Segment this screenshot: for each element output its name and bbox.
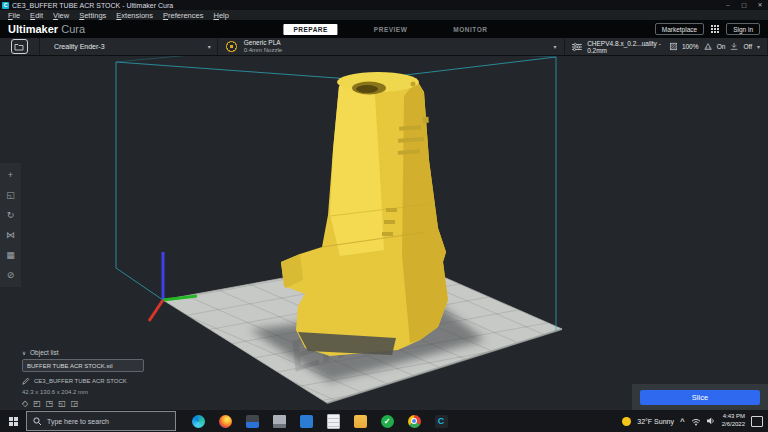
chevron-down-icon: ▾ xyxy=(757,43,760,50)
tab-prepare[interactable]: PREPARE xyxy=(283,24,337,35)
adhesion-icon xyxy=(730,42,738,51)
tab-preview[interactable]: PREVIEW xyxy=(364,24,417,35)
menu-edit[interactable]: Edit xyxy=(25,11,48,20)
tray-overflow-chevron[interactable]: ^ xyxy=(680,417,685,426)
menu-help[interactable]: Help xyxy=(208,11,233,20)
minimize-button[interactable]: – xyxy=(720,0,736,10)
notepad-icon[interactable] xyxy=(323,410,343,432)
chevron-down-icon: ▾ xyxy=(208,43,211,50)
menu-preferences[interactable]: Preferences xyxy=(158,11,208,20)
brand-bold: Ultimaker xyxy=(8,23,58,35)
network-icon[interactable] xyxy=(691,417,701,426)
clock-time: 4:43 PM xyxy=(723,413,745,421)
menubar: File Edit View Settings Extensions Prefe… xyxy=(0,10,768,20)
edge-icon[interactable] xyxy=(188,410,208,432)
brand-light: Cura xyxy=(61,23,85,35)
window-title: CE3_BUFFER TUBE ACR STOCK - Ultimaker Cu… xyxy=(12,2,173,9)
weather-widget[interactable]: 32°F Sunny xyxy=(637,418,674,425)
support-blocker-icon[interactable]: ⊘ xyxy=(0,265,21,285)
build-volume-back-edges xyxy=(116,56,556,62)
per-model-settings-icon[interactable]: ▦ xyxy=(0,245,21,265)
project-name[interactable]: CE3_BUFFER TUBE ACR STOCK xyxy=(34,378,127,384)
infill-icon xyxy=(670,42,677,51)
code-icon[interactable] xyxy=(242,410,262,432)
tool-palette: + ◱ ↻ ⋈ ▦ ⊘ xyxy=(0,163,21,287)
slice-button[interactable]: Slice xyxy=(640,390,760,405)
weather-sun-icon[interactable] xyxy=(622,417,631,426)
sliders-icon xyxy=(572,42,582,52)
model-dimensions: 42.3 x 130.6 x 204.2 mm xyxy=(22,389,152,395)
windows-taskbar: Type here to search ✓ C 32°F Sunny ^ xyxy=(0,410,768,432)
material-name: Generic PLA xyxy=(244,39,282,46)
apps-grid-icon[interactable] xyxy=(711,25,719,33)
action-center-icon[interactable] xyxy=(751,416,763,427)
firefox-icon[interactable] xyxy=(215,410,235,432)
model-buffer-tube-stock[interactable] xyxy=(281,72,448,356)
start-button[interactable] xyxy=(0,410,26,432)
menu-view[interactable]: View xyxy=(48,11,74,20)
sign-in-button[interactable]: Sign in xyxy=(726,23,760,35)
marketplace-button[interactable]: Marketplace xyxy=(655,23,704,35)
print-settings-selector[interactable]: CHEPV4.8.x_0.2...uality - 0.2mm 100% On … xyxy=(565,38,768,55)
rotate-tool-icon[interactable]: ↻ xyxy=(0,205,21,225)
window-titlebar[interactable]: C CE3_BUFFER TUBE ACR STOCK - Ultimaker … xyxy=(0,0,768,10)
clock[interactable]: 4:43 PM 2/6/2022 xyxy=(722,413,745,429)
object-list-item[interactable]: BUFFER TUBE ACR STOCK.stl xyxy=(22,359,144,372)
folder-icon xyxy=(14,43,24,51)
stage-tabs: PREPARE PREVIEW MONITOR xyxy=(283,24,497,35)
cura-icon[interactable]: C xyxy=(431,410,451,432)
app-header: Ultimaker Cura PREPARE PREVIEW MONITOR M… xyxy=(0,20,768,38)
security-check-icon[interactable]: ✓ xyxy=(377,410,397,432)
weather-condition: Sunny xyxy=(654,418,674,425)
maximize-button[interactable]: ▢ xyxy=(736,0,752,10)
tab-monitor[interactable]: MONITOR xyxy=(443,24,497,35)
material-selector[interactable]: Generic PLA 0.4mm Nozzle ▾ xyxy=(218,38,566,55)
viewport-3d[interactable]: Ender xyxy=(0,56,768,410)
config-toolbar: Creality Ender-3 ▾ Generic PLA 0.4mm Noz… xyxy=(0,38,768,56)
close-button[interactable]: ✕ xyxy=(752,0,768,10)
infill-percent: 100% xyxy=(682,43,699,50)
menu-extensions[interactable]: Extensions xyxy=(111,11,158,20)
object-file-name: BUFFER TUBE ACR STOCK.stl xyxy=(27,363,112,369)
chevron-down-icon: ▾ xyxy=(553,43,556,50)
support-icon xyxy=(704,42,712,51)
view-front-icon[interactable]: ◰ xyxy=(33,399,41,408)
menu-settings[interactable]: Settings xyxy=(74,11,111,20)
clock-date: 2/6/2022 xyxy=(722,421,745,429)
adhesion-state: Off xyxy=(743,43,752,50)
printer-name: Creality Ender-3 xyxy=(54,43,105,50)
chrome-icon[interactable] xyxy=(404,410,424,432)
view-left-icon[interactable]: ◱ xyxy=(58,399,66,408)
taskbar-apps: ✓ C xyxy=(188,410,451,432)
search-placeholder: Type here to search xyxy=(47,418,109,425)
mail-icon[interactable] xyxy=(296,410,316,432)
camera-view-buttons: ◇ ◰ ◳ ◱ ◲ xyxy=(22,399,152,408)
view-3d-icon[interactable]: ◇ xyxy=(22,399,28,408)
speaker-icon[interactable] xyxy=(707,417,716,425)
pencil-icon[interactable] xyxy=(22,377,30,385)
profile-name: CHEPV4.8.x_0.2...uality - 0.2mm xyxy=(587,40,664,54)
search-input[interactable]: Type here to search xyxy=(26,411,176,431)
support-state: On xyxy=(717,43,726,50)
windows-logo-icon xyxy=(9,417,18,426)
pc-icon[interactable] xyxy=(269,410,289,432)
cura-app-icon: C xyxy=(2,2,9,9)
search-icon xyxy=(33,417,42,426)
action-panel: Slice xyxy=(632,384,768,410)
open-file-button[interactable] xyxy=(11,39,28,54)
file-explorer-icon[interactable] xyxy=(350,410,370,432)
object-list-title: Object list xyxy=(30,349,59,356)
nozzle-size: 0.4mm Nozzle xyxy=(244,47,282,54)
printer-selector[interactable]: Creality Ender-3 ▾ xyxy=(40,38,218,55)
view-top-icon[interactable]: ◳ xyxy=(46,399,54,408)
menu-file[interactable]: File xyxy=(3,11,25,20)
scale-tool-icon[interactable]: ◱ xyxy=(0,185,21,205)
mirror-tool-icon[interactable]: ⋈ xyxy=(0,225,21,245)
move-tool-icon[interactable]: + xyxy=(0,165,21,185)
view-right-icon[interactable]: ◲ xyxy=(71,399,79,408)
object-list-panel: ∨ Object list BUFFER TUBE ACR STOCK.stl … xyxy=(22,349,152,408)
object-list-header[interactable]: ∨ Object list xyxy=(22,349,152,356)
collapse-chevron-icon: ∨ xyxy=(22,350,26,356)
app-logo: Ultimaker Cura xyxy=(8,23,85,35)
weather-temp: 32°F xyxy=(637,418,652,425)
